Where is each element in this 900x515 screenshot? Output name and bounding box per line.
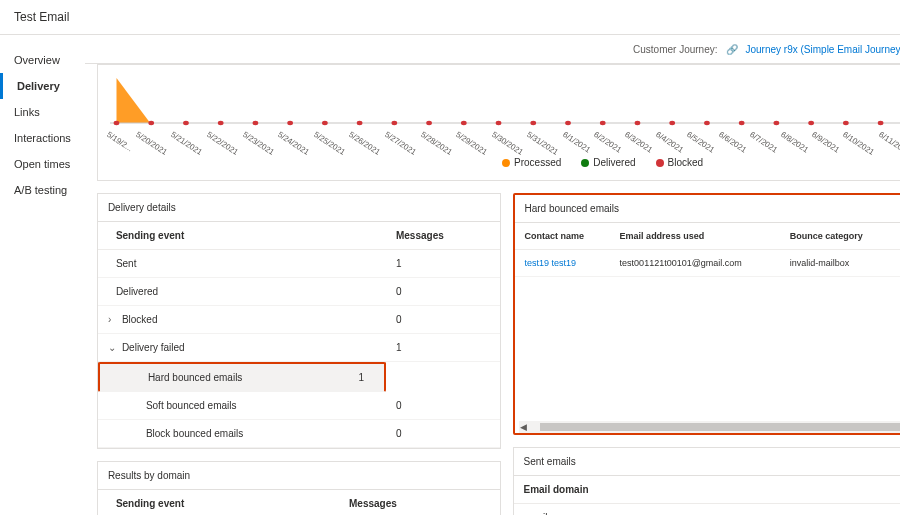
chevron-right-icon[interactable]: › [108, 314, 116, 325]
delivery-details-panel: Delivery details Sending event Messages … [97, 193, 501, 449]
col-email-used: Email address used [610, 223, 780, 250]
sidebar-item-open-times[interactable]: Open times [0, 151, 85, 177]
results-by-domain-table: Sending eventMessages Sent emails1 Deliv… [98, 490, 500, 515]
hard-bounced-title: Hard bounced emails [525, 203, 620, 214]
col-messages: Messages [339, 490, 499, 515]
svg-point-17 [634, 121, 640, 125]
date-range-bar: Customer Journey: 🔗 Journey r9x (Simple … [85, 35, 900, 64]
scroll-thumb[interactable] [540, 423, 900, 431]
svg-point-22 [808, 121, 814, 125]
svg-point-8 [322, 121, 328, 125]
svg-marker-0 [116, 78, 150, 123]
row-delivery-failed[interactable]: ⌄Delivery failed1 [98, 334, 500, 362]
timeline-chart-panel: 5/19/2...5/20/20215/21/20215/22/20215/23… [97, 64, 900, 181]
row-block-bounced[interactable]: Block bounced emails0 [98, 420, 500, 448]
svg-point-4 [183, 121, 189, 125]
table-row[interactable]: gmail.com1 [514, 504, 901, 516]
row-sent[interactable]: Sent1 [98, 250, 500, 278]
sidebar: Overview Delivery Links Interactions Ope… [0, 35, 85, 515]
legend-label-delivered: Delivered [593, 157, 635, 168]
svg-point-19 [704, 121, 710, 125]
legend-dot-processed [502, 159, 510, 167]
col-messages: Messages [386, 222, 500, 250]
col-contact-name: Contact name [515, 223, 610, 250]
row-blocked[interactable]: ›Blocked0 [98, 306, 500, 334]
sent-emails-panel: Sent emails ⇲ Email domainValue gmail.co… [513, 447, 901, 515]
svg-point-14 [530, 121, 536, 125]
sent-emails-title: Sent emails [524, 456, 576, 467]
legend-label-processed: Processed [514, 157, 561, 168]
chart-legend: Processed Delivered Blocked [110, 157, 900, 168]
svg-point-15 [565, 121, 571, 125]
scroll-left-icon[interactable]: ◀ [519, 422, 529, 432]
svg-point-13 [496, 121, 502, 125]
timeline-chart [110, 73, 900, 128]
contact-link[interactable]: test19 test19 [515, 250, 610, 277]
legend-dot-delivered [581, 159, 589, 167]
results-by-domain-panel: Results by domain Sending eventMessages … [97, 461, 501, 515]
col-email-domain: Email domain [514, 476, 899, 504]
svg-point-16 [600, 121, 606, 125]
table-row[interactable]: test19 test19 test001121t00101@gmail.com… [515, 250, 901, 277]
legend-label-blocked: Blocked [668, 157, 704, 168]
sidebar-item-links[interactable]: Links [0, 99, 85, 125]
sidebar-item-delivery[interactable]: Delivery [0, 73, 85, 99]
journey-label: Customer Journey: [633, 44, 717, 55]
svg-point-24 [878, 121, 884, 125]
legend-dot-blocked [656, 159, 664, 167]
horizontal-scrollbar[interactable]: ◀ ▶ [519, 421, 901, 433]
sent-emails-table: Email domainValue gmail.com1 [514, 476, 901, 515]
svg-point-20 [739, 121, 745, 125]
row-soft-bounced[interactable]: Soft bounced emails0 [98, 392, 500, 420]
email-cell: test001121t00101@gmail.com [610, 250, 780, 277]
svg-point-3 [148, 121, 154, 125]
svg-point-18 [669, 121, 675, 125]
col-sending-event: Sending event [98, 490, 339, 515]
col-bounce-reason: Email bounce reason [891, 223, 900, 250]
hard-bounced-panel: Hard bounced emails ⇲ Contact name Email… [513, 193, 901, 435]
row-delivered[interactable]: Delivered0 [98, 278, 500, 306]
sidebar-item-overview[interactable]: Overview [0, 47, 85, 73]
link-icon: 🔗 [726, 44, 738, 55]
svg-point-9 [357, 121, 363, 125]
delivery-details-title: Delivery details [108, 202, 176, 213]
svg-point-23 [843, 121, 849, 125]
svg-point-21 [773, 121, 779, 125]
page-title: Test Email [0, 0, 900, 35]
svg-point-11 [426, 121, 432, 125]
svg-point-2 [114, 121, 120, 125]
sidebar-item-interactions[interactable]: Interactions [0, 125, 85, 151]
delivery-details-table: Sending event Messages Sent1 Delivered0 … [98, 222, 500, 448]
results-by-domain-title: Results by domain [108, 470, 190, 481]
col-bounce-category: Bounce category [780, 223, 891, 250]
col-sending-event: Sending event [98, 222, 386, 250]
svg-point-6 [252, 121, 258, 125]
chevron-down-icon[interactable]: ⌄ [108, 342, 116, 353]
svg-point-5 [218, 121, 224, 125]
svg-point-10 [391, 121, 397, 125]
reason-cell: smtp;550 5.1.1 The email account that yo… [891, 250, 900, 277]
row-hard-bounced[interactable]: Hard bounced emails1 [98, 362, 500, 393]
sidebar-item-ab-testing[interactable]: A/B testing [0, 177, 85, 203]
journey-link[interactable]: Journey r9x (Simple Email Journey) [746, 44, 901, 55]
svg-point-12 [461, 121, 467, 125]
hard-bounced-table: Contact name Email address used Bounce c… [515, 223, 901, 277]
category-cell: invalid-mailbox [780, 250, 891, 277]
svg-point-7 [287, 121, 293, 125]
